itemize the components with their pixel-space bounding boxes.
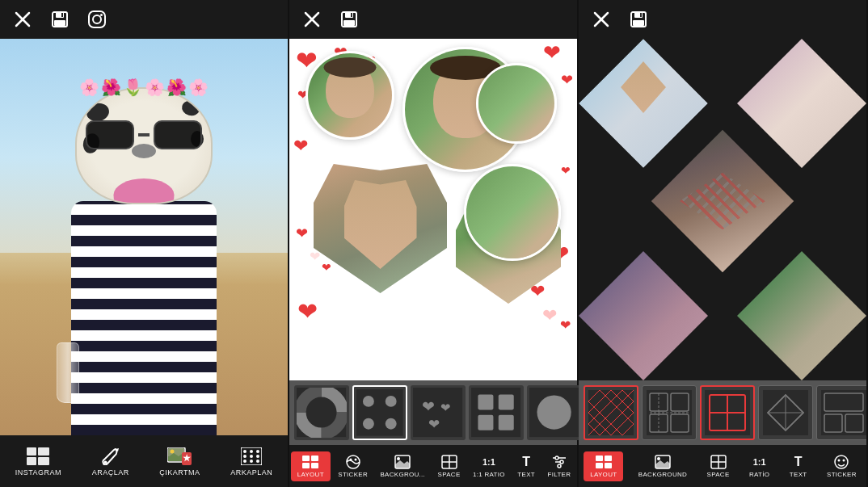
instagram-label: INSTAGRAM (15, 468, 61, 477)
svg-rect-34 (351, 13, 352, 17)
tab-background-p3[interactable]: BACKGROUND (634, 451, 692, 481)
background-icon (394, 455, 411, 469)
p3-thumb-3[interactable] (700, 385, 755, 440)
svg-point-16 (171, 449, 175, 453)
svg-point-25 (256, 455, 259, 458)
thumb-4[interactable] (469, 385, 524, 440)
panel-3-photo-area[interactable] (579, 39, 866, 380)
svg-rect-112 (596, 463, 603, 468)
save-icon[interactable] (48, 8, 71, 31)
tab-text-p2[interactable]: T TEXT (512, 451, 540, 481)
flower-4: 🌸 (145, 78, 165, 97)
svg-point-120 (838, 459, 841, 461)
background-label-p3: BACKGROUND (638, 471, 687, 478)
panel-2-photo-area[interactable]: ❤ ❤ ❤ ❤ ❤ ❤ ❤ ❤ ❤ ❤ ❤ ❤ ❤ ❤ ❤ ❤ ❤ ❤ ❤ ❤ … (289, 39, 577, 380)
svg-point-13 (103, 460, 107, 464)
tab-sticker-p3[interactable]: STICKER (822, 451, 862, 481)
panel-3-bottom-tabs: LAYOUT BACKGROUND SPAcE (579, 445, 866, 487)
svg-point-39 (363, 418, 374, 430)
arkaplan-tab[interactable]: ARKAPLAN (230, 447, 272, 477)
tab-ratio-p3[interactable]: 1:1 RATİO (744, 451, 774, 481)
panel-2: ❤ ❤ ❤ ❤ ❤ ❤ ❤ ❤ ❤ ❤ ❤ ❤ ❤ ❤ ❤ ❤ ❤ ❤ ❤ ❤ … (289, 0, 579, 487)
instagram-icon[interactable] (86, 8, 108, 31)
text-label-p3: TEXT (790, 471, 807, 478)
svg-rect-11 (27, 457, 36, 465)
panel-1-photo-area[interactable]: 🌸 🌺 🌷 🌸 🌺 🌸 (0, 39, 288, 435)
sticker-icon-p3 (832, 455, 850, 469)
svg-point-40 (386, 418, 397, 430)
tab-layout-p3[interactable]: LAYOUT (584, 451, 623, 481)
sticker-icon (344, 455, 362, 469)
background-icon-p3 (654, 455, 672, 469)
svg-rect-5 (61, 13, 63, 17)
save-icon-p2[interactable] (338, 8, 360, 31)
flower-5: 🌺 (166, 78, 187, 97)
panel-1-topbar (0, 0, 288, 39)
photo-frame-mid-right[interactable] (464, 164, 561, 261)
tab-ratio-p2[interactable]: 1:1 1:1 RATIO (468, 451, 510, 481)
tab-filter-p2[interactable]: FILTER (543, 451, 576, 481)
svg-rect-6 (89, 11, 105, 27)
cikartma-tab[interactable]: ★ ÇIKARTMA (159, 447, 200, 477)
close-icon-p3[interactable] (590, 8, 613, 31)
svg-point-21 (250, 450, 253, 453)
svg-point-69 (558, 464, 561, 468)
ratio-icon-p3: 1:1 (751, 455, 769, 469)
close-icon-p2[interactable] (301, 8, 323, 31)
svg-rect-47 (499, 395, 514, 410)
ratio-label-p2: 1:1 RATIO (473, 471, 505, 478)
tab-background-p2[interactable]: BACKGROU... (375, 451, 430, 481)
svg-point-58 (354, 458, 356, 460)
svg-point-115 (657, 457, 660, 460)
thumb-5[interactable] (527, 385, 582, 440)
svg-point-121 (843, 459, 845, 461)
tab-layout-p2[interactable]: LAYOUT (291, 451, 331, 481)
wrench-icon (98, 447, 124, 466)
svg-point-60 (397, 457, 400, 460)
araclar-tab[interactable]: ARAÇLAR (92, 447, 129, 477)
svg-point-24 (250, 455, 253, 458)
tab-sticker-p2[interactable]: STICKER (333, 451, 373, 481)
p3-thumb-4[interactable] (758, 385, 813, 440)
space-label-p3: SPAcE (707, 471, 730, 478)
thumb-1[interactable] (294, 385, 349, 440)
photo-frame-heart-large[interactable] (314, 164, 447, 293)
panel-1-bottom-bar: INSTAGRAM ARAÇLAR ★ (0, 435, 288, 487)
thumb-3[interactable]: ❤ ❤ ❤ (411, 385, 466, 440)
p3-thumb-5[interactable] (816, 385, 866, 440)
instagram-grid-icon (25, 447, 51, 466)
instagram-tab[interactable]: INSTAGRAM (15, 447, 61, 477)
photo-frame-1[interactable] (305, 51, 394, 140)
thumb-2[interactable] (352, 385, 407, 440)
svg-rect-48 (478, 415, 494, 430)
panel-3: LAYOUT BACKGROUND SPAcE (579, 0, 868, 487)
pattern-icon (238, 447, 264, 466)
svg-point-51 (537, 396, 571, 430)
svg-point-20 (243, 450, 246, 453)
svg-rect-74 (633, 20, 644, 26)
svg-point-37 (363, 396, 374, 407)
space-icon (440, 455, 458, 469)
tab-space-p2[interactable]: SPACE (433, 451, 466, 481)
panel-2-thumb-strip: ❤ ❤ ❤ (289, 380, 577, 445)
svg-rect-33 (343, 20, 355, 26)
svg-rect-113 (605, 463, 612, 468)
diamond-photo-center[interactable] (638, 116, 807, 286)
p3-thumb-1[interactable] (584, 385, 638, 440)
svg-text:★: ★ (183, 453, 192, 463)
svg-rect-49 (499, 415, 514, 430)
svg-point-8 (100, 14, 103, 16)
tab-text-p3[interactable]: T TEXT (785, 451, 812, 481)
layout-label-p3: LAYOUT (590, 471, 617, 478)
save-icon-p3[interactable] (627, 8, 650, 31)
svg-point-7 (93, 15, 101, 23)
tab-space-p3[interactable]: SPAcE (702, 451, 735, 481)
svg-point-28 (256, 460, 259, 463)
photo-frame-3[interactable] (476, 63, 557, 144)
background-label-p2: BACKGROU... (380, 471, 425, 478)
p3-thumb-2[interactable] (642, 385, 697, 440)
close-icon[interactable] (11, 8, 34, 31)
filter-label-p2: FILTER (548, 471, 571, 478)
svg-rect-12 (38, 457, 49, 465)
svg-point-67 (555, 456, 558, 460)
